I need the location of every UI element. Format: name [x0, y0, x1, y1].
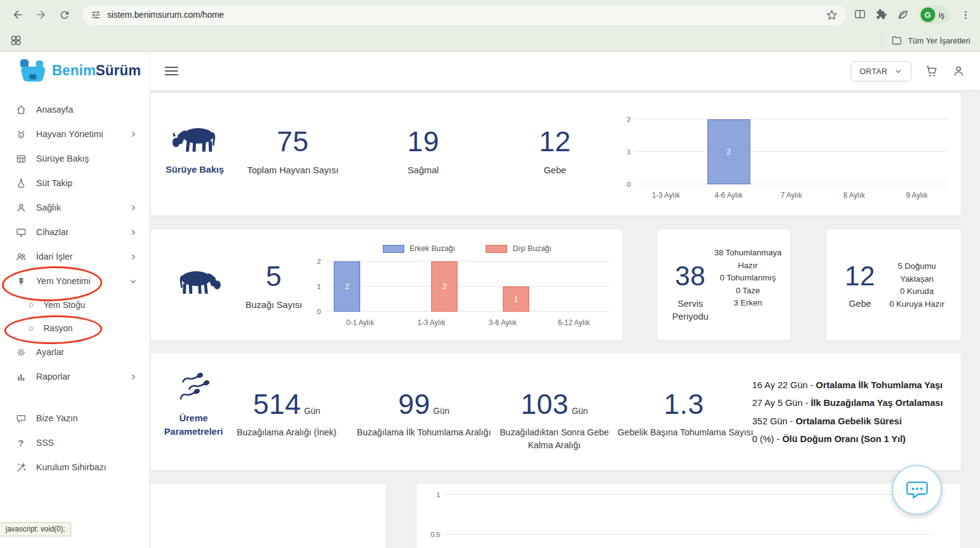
header-controls: ORTAR [851, 61, 965, 81]
y-tick-label: 2 [306, 258, 321, 265]
summary-line: 0 (%) - Ölü Doğum Oranı (Son 1 Yıl) [752, 430, 943, 448]
service-period-card: 38 Servis Periyodu 38 Tohumlanmaya Hazır… [657, 230, 791, 340]
calf-card: 5 Buzağı Sayısı Erkek BuzağıDişi Buzağı … [151, 230, 622, 340]
split-view-icon[interactable] [854, 9, 866, 21]
chart-slot [760, 119, 823, 184]
x-tick-label: 0-1 Aylık [325, 318, 396, 327]
sidebar-item-yem-stogu[interactable]: Yem Stoğu [0, 293, 149, 317]
browser-chrome: sistem.benimsurum.com/home G iş Tüm Yer … [0, 0, 980, 52]
stat-label: Sağmal [407, 163, 439, 176]
sidebar-item-sss[interactable]: ? SSS [0, 430, 149, 455]
x-tick-label: 1-3 Aylık [396, 318, 467, 327]
stat-label: Buzağılama Aralığı (İnek) [219, 426, 354, 439]
chart-plot: 0122 [635, 119, 948, 184]
sperm-icon [176, 371, 211, 405]
legend-swatch [486, 245, 507, 253]
browser-reload-button[interactable] [54, 4, 75, 25]
stat-calving-interval: 514Gün Buzağılama Aralığı (İnek) [219, 388, 354, 439]
app-frame: BenimSürüm Anasayfa Hayvan Yönetimi Sürü… [0, 52, 980, 548]
sidebar-item-anasayfa[interactable]: Anasayfa [0, 97, 149, 122]
sidebar-item-saglik[interactable]: Sağlık [0, 195, 149, 220]
x-tick-label: 7 Aylık [760, 191, 823, 200]
stat-value: 38 [665, 261, 716, 291]
site-info-icon[interactable] [91, 10, 101, 20]
y-tick-label: 1 [426, 491, 440, 498]
folder-icon [891, 35, 902, 46]
bar-value: 1 [514, 295, 518, 304]
user-icon[interactable] [952, 64, 965, 78]
sidebar-item-idari-isler[interactable]: İdari İşler [0, 244, 149, 269]
sidebar-item-suruye-bakis[interactable]: Sürüye Bakış [0, 146, 149, 171]
sidebar-item-rasyon[interactable]: Rasyon [0, 317, 149, 340]
stat-unit: Gün [304, 406, 320, 416]
chart-slot [823, 119, 885, 184]
chat-bubble-icon [15, 413, 27, 424]
calf-icon [175, 265, 224, 297]
gear-icon [15, 347, 27, 358]
farm-selector-value: ORTAR [859, 67, 888, 76]
x-tick-label: 8 Aylık [823, 191, 885, 200]
stat-value: 5 [246, 260, 303, 292]
sidebar-item-sut-takip[interactable]: Süt Takip [0, 171, 149, 195]
sidebar-item-hayvan-yonetimi[interactable]: Hayvan Yönetimi [0, 122, 149, 146]
leaf-icon[interactable] [897, 9, 909, 21]
x-tick-label: 4-6 Aylık [697, 191, 760, 200]
chart-slot [886, 119, 948, 184]
bookmarks-bar: Tüm Yer İşaretleri [0, 29, 980, 52]
extensions-icon[interactable] [875, 9, 888, 21]
service-detail-lines: 38 Tohumlanmaya Hazır 0 Tohumlanmış 0 Ta… [712, 247, 784, 310]
browser-back-button[interactable] [7, 4, 28, 25]
stat-value: 19 [407, 126, 439, 157]
breeding-parameters-card: Üreme Parametreleri 514Gün Buzağılama Ar… [151, 354, 961, 470]
menu-toggle-button[interactable] [165, 67, 178, 75]
all-bookmarks-button[interactable]: Tüm Yer İşaretleri [881, 34, 970, 47]
profile-button[interactable]: G iş [918, 6, 951, 24]
sidebar-item-bize-yazin[interactable]: Bize Yazın [0, 406, 149, 430]
detail-line: 3 Erken [712, 297, 784, 310]
x-tick-label: 9 Aylık [886, 191, 948, 200]
browser-menu-icon[interactable] [960, 9, 971, 21]
chevron-right-icon [129, 130, 137, 138]
stat-label: Servis Periyodu [665, 297, 716, 323]
stat-value: 103 [521, 388, 568, 420]
chart-legend: Erkek BuzağıDişi Buzağı [325, 244, 609, 253]
summary-line: 352 Gün - Ortalama Gebelik Süresi [752, 412, 943, 430]
apps-grid-icon[interactable] [10, 34, 22, 47]
sidebar-item-cihazlar[interactable]: Cihazlar [0, 220, 149, 244]
bookmark-star-icon[interactable] [826, 9, 838, 21]
brand-bull-icon [18, 58, 48, 83]
cart-icon[interactable] [925, 64, 938, 78]
sidebar-item-raporlar[interactable]: Raporlar [0, 364, 149, 389]
herd-overview-card: Sürüye Bakış 75 Toplam Hayvan Sayısı 19 … [151, 93, 961, 216]
milk-card: 0 [151, 484, 386, 548]
all-bookmarks-label: Tüm Yer İşaretleri [908, 36, 970, 45]
chevron-right-icon [129, 253, 137, 261]
y-tick-label: 1 [616, 148, 631, 156]
sidebar-item-yem-yonetimi[interactable]: Yem Yönetimi [0, 269, 149, 293]
chart-slot: 2 [396, 261, 467, 312]
milk-bottom-chart: 0.51 [444, 495, 934, 548]
magic-wand-icon [15, 462, 27, 473]
chat-fab-button[interactable] [892, 465, 942, 515]
detail-line: 5 Doğumu Yaklaşan [883, 260, 951, 285]
detail-line: 0 Kuruya Hazır [883, 298, 951, 311]
bar: 1 [503, 287, 529, 312]
pregnancy-months-chart: 0122 1-3 Aylık4-6 Aylık7 Aylık8 Aylık9 A… [635, 119, 948, 200]
forward-arrow-icon [35, 9, 47, 21]
url-text[interactable]: sistem.benimsurum.com/home [107, 10, 820, 20]
sidebar-item-ayarlar[interactable]: Ayarlar [0, 340, 149, 364]
stat-value: 75 [247, 126, 338, 157]
url-bar[interactable]: sistem.benimsurum.com/home [82, 5, 846, 25]
browser-forward-button[interactable] [31, 4, 51, 25]
sidebar-item-kurulum-sihirbazi[interactable]: Kurulum Sihirbazı [0, 455, 149, 479]
legend-item: Dişi Buzağı [486, 244, 551, 253]
herd-icon-block: Sürüye Bakış [165, 121, 224, 176]
pregnant-card: 12 Gebe 5 Doğumu Yaklaşan 0 Kuruda 0 Kur… [826, 230, 961, 340]
brand-logo[interactable]: BenimSürüm [0, 52, 149, 83]
stat-total-animals: 75 Toplam Hayvan Sayısı [247, 126, 338, 176]
stat-pregnant-count: 12 Gebe [845, 261, 875, 310]
summary-line: 16 Ay 22 Gün - Ortalama İlk Tohumlama Ya… [752, 376, 943, 394]
farm-selector-dropdown[interactable]: ORTAR [851, 61, 911, 81]
legend-label: Erkek Buzağı [410, 244, 455, 253]
stat-milking: 19 Sağmal [407, 126, 439, 176]
